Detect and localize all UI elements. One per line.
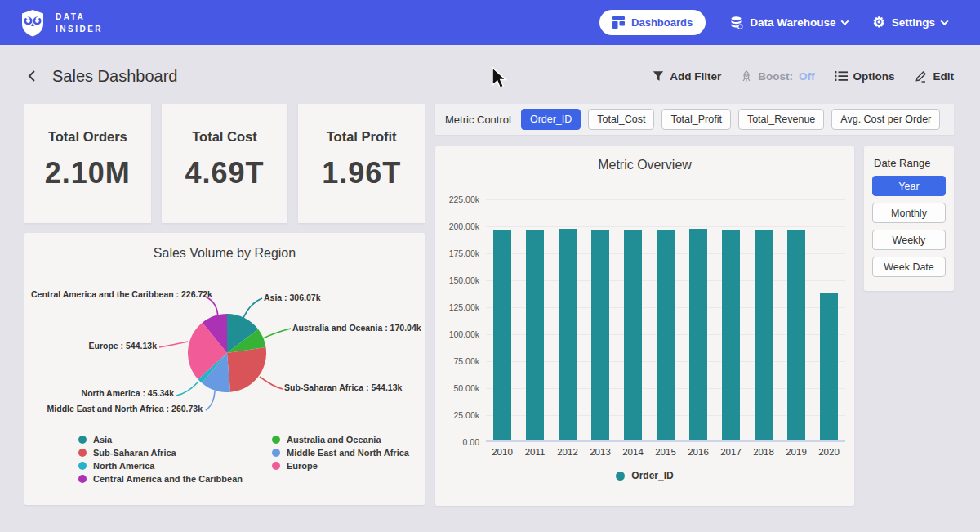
bar-2011[interactable] — [526, 230, 544, 440]
pie-chart-title: Sales Volume by Region — [24, 233, 425, 261]
pie-label-5: Europe : 544.13k — [31, 341, 157, 351]
date-range-weekly[interactable]: Weekly — [872, 230, 946, 250]
nav-data-warehouse[interactable]: Data Warehouse — [730, 16, 848, 29]
boost-label: Boost: — [758, 70, 793, 83]
options-button[interactable]: Options — [835, 70, 895, 83]
x-tick-label: 2018 — [747, 447, 780, 457]
bar-plot — [486, 199, 845, 442]
bar-2012[interactable] — [559, 229, 577, 440]
y-tick-label: 50.00k — [453, 383, 479, 393]
date-range-year[interactable]: Year — [872, 176, 946, 196]
kpi-card-0: Total Orders2.10M — [24, 104, 151, 223]
legend-dot — [272, 462, 280, 470]
bar-cell — [780, 199, 813, 440]
pie-slice-sub-saharan-africa[interactable] — [227, 347, 266, 392]
kpi-label: Total Orders — [24, 129, 151, 145]
x-tick-label: 2016 — [682, 447, 715, 457]
pie-label-0: Asia : 306.07k — [264, 293, 320, 302]
legend-label: Central America and the Caribbean — [93, 474, 243, 484]
x-tick-label: 2012 — [551, 447, 584, 457]
bar-x-axis: 2010201120122013201420152016201720182019… — [486, 447, 845, 457]
bar-cell — [486, 199, 519, 440]
bar-cell — [649, 199, 682, 440]
pie-chart — [188, 314, 266, 392]
bar-2013[interactable] — [591, 230, 609, 440]
bar-2010[interactable] — [493, 230, 511, 440]
pie-legend-item[interactable]: Australia and Oceania — [272, 435, 409, 444]
y-tick-label: 75.00k — [453, 356, 479, 366]
bar-2019[interactable] — [787, 230, 805, 440]
pie-label-6: Central America and the Caribbean : 226.… — [31, 289, 196, 299]
pie-label-2: Sub-Saharan Africa : 544.13k — [284, 382, 402, 392]
bar-2014[interactable] — [624, 230, 642, 440]
brand-line1: DATA — [56, 11, 103, 23]
x-tick-label: 2019 — [780, 447, 813, 457]
metric-control-bar: Metric Control Order_IDTotal_CostTotal_P… — [435, 104, 954, 135]
pie-legend-item[interactable]: Europe — [272, 461, 409, 470]
x-tick-label: 2013 — [584, 447, 617, 457]
boost-toggle[interactable]: Boost: Off — [741, 70, 814, 83]
pie-chart-panel: Sales Volume by Region Asia : 306.07kAus… — [24, 233, 425, 505]
bar-chart-panel: Metric Overview 225.00k200.00k175.00k150… — [435, 146, 854, 506]
add-filter-button[interactable]: Add Filter — [653, 70, 721, 83]
legend-label: Middle East and North Africa — [287, 448, 409, 458]
bar-cell — [584, 199, 617, 440]
filter-funnel-icon — [653, 70, 664, 82]
legend-dot — [272, 449, 280, 457]
legend-dot — [78, 462, 87, 470]
x-tick-label: 2011 — [519, 447, 551, 457]
nav-dashboards-button[interactable]: Dashboards — [599, 10, 706, 35]
pie-legend: AsiaSub-Saharan AfricaNorth AmericaCentr… — [78, 435, 409, 483]
bar-2018[interactable] — [755, 230, 773, 440]
x-tick-label: 2014 — [617, 447, 649, 457]
bar-2017[interactable] — [722, 230, 740, 440]
edit-pencil-icon — [915, 69, 928, 83]
back-button[interactable] — [24, 67, 39, 85]
options-label: Options — [853, 70, 895, 83]
metric-option-total-cost[interactable]: Total_Cost — [588, 109, 654, 130]
date-range-week-date[interactable]: Week Date — [872, 257, 946, 277]
metric-option-total-profit[interactable]: Total_Profit — [662, 109, 731, 130]
metric-option-order-id[interactable]: Order_ID — [521, 109, 581, 130]
nav-settings[interactable]: ⚙ Settings — [872, 16, 947, 29]
bar-cell — [519, 199, 551, 440]
legend-dot — [616, 472, 625, 481]
brand-logo[interactable]: DATA INSIDER — [18, 8, 103, 38]
bar-legend-item[interactable]: Order_ID — [616, 470, 673, 481]
pie-legend-column: Australia and OceaniaMiddle East and Nor… — [272, 435, 409, 483]
pie-label-4: North America : 45.34k — [31, 388, 174, 398]
top-navbar: DATA INSIDER Dashboards Data Warehouse ⚙ — [0, 0, 980, 45]
metric-option-avg-cost-per-order[interactable]: Avg. Cost per Order — [831, 109, 940, 130]
owl-logo-icon — [18, 8, 47, 38]
pie-legend-item[interactable]: Middle East and North Africa — [272, 448, 409, 457]
bars-container — [486, 199, 845, 440]
pie-legend-item[interactable]: Central America and the Caribbean — [78, 474, 243, 483]
options-list-icon — [835, 70, 848, 82]
pie-legend-item[interactable]: Asia — [78, 435, 243, 444]
bar-2015[interactable] — [657, 230, 675, 440]
y-tick-label: 25.00k — [453, 410, 479, 420]
bar-cell — [617, 199, 649, 440]
pie-legend-item[interactable]: Sub-Saharan Africa — [78, 448, 243, 457]
bar-chart-title: Metric Overview — [435, 158, 854, 172]
pie-label-3: Middle East and North Africa : 260.73k — [31, 404, 203, 414]
date-range-monthly[interactable]: Monthly — [872, 203, 946, 223]
kpi-label: Total Profit — [298, 129, 425, 145]
bar-y-axis: 225.00k200.00k175.00k150.00k125.00k100.0… — [447, 199, 486, 442]
bar-2020[interactable] — [820, 293, 838, 440]
y-tick-label: 200.00k — [449, 221, 479, 231]
nav-data-warehouse-label: Data Warehouse — [750, 16, 835, 29]
legend-dot — [272, 436, 280, 444]
kpi-label: Total Cost — [162, 129, 288, 145]
metric-option-total-revenue[interactable]: Total_Revenue — [738, 109, 824, 130]
y-tick-label: 0.00 — [463, 437, 479, 447]
legend-label: Asia — [93, 435, 112, 445]
y-tick-label: 225.00k — [449, 194, 479, 204]
chevron-down-icon — [841, 17, 849, 25]
chevron-down-icon — [941, 17, 949, 25]
pie-legend-item[interactable]: North America — [78, 461, 243, 470]
legend-dot — [78, 436, 87, 444]
pie-legend-column: AsiaSub-Saharan AfricaNorth AmericaCentr… — [78, 435, 243, 483]
bar-2016[interactable] — [689, 229, 707, 440]
edit-button[interactable]: Edit — [915, 69, 955, 83]
